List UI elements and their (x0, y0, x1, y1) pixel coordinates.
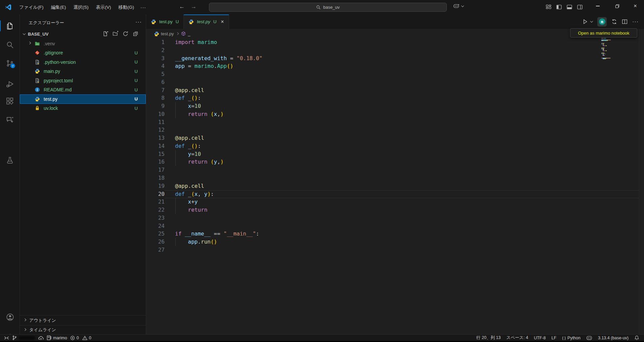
code-line-12[interactable]: 12 (146, 126, 644, 134)
tab-test-py-inactive[interactable]: test.py U (146, 14, 184, 29)
window-restore-button[interactable] (609, 0, 625, 12)
tree-item-gitignore[interactable]: .gitignoreU (20, 48, 146, 58)
code-line-26[interactable]: 26 app.run() (146, 238, 644, 246)
tree-item-pyprojecttoml[interactable]: pyproject.tomlU (20, 76, 146, 85)
code-line-21[interactable]: 21 x+y (146, 198, 644, 206)
code-line-13[interactable]: 13@app.cell (146, 134, 644, 142)
encoding[interactable]: UTF-8 (534, 336, 546, 340)
notebook-icon (47, 335, 51, 340)
customize-layout-icon[interactable] (546, 4, 552, 10)
code-line-5[interactable]: 5 (146, 70, 644, 78)
python-interpreter[interactable]: 3.13.4 (base-uv) (598, 336, 629, 340)
copilot-status[interactable] (586, 335, 592, 340)
cursor-position[interactable]: 行 20、列 13 (476, 335, 501, 341)
tree-item-READMEmd[interactable]: README.mdU (20, 85, 146, 95)
activity-source-control[interactable]: 7 (0, 55, 20, 71)
menu-item[interactable]: 編集(E) (47, 2, 70, 12)
timeline-section[interactable]: タイムライン (20, 325, 146, 334)
toggle-primary-sidebar-icon[interactable] (556, 4, 562, 10)
editor-more-actions-icon[interactable]: ··· (632, 19, 639, 25)
code-line-23[interactable]: 23 (146, 214, 644, 222)
code-line-8[interactable]: 8def _(): (146, 94, 644, 102)
tree-item-uvlock[interactable]: uv.lockU (20, 104, 146, 113)
code-line-11[interactable]: 11 (146, 118, 644, 126)
remote-indicator[interactable] (4, 336, 9, 340)
open-changes-icon[interactable] (611, 19, 617, 25)
sync-changes-indicator[interactable] (38, 336, 44, 340)
code-line-4[interactable]: 4app = marimo.App() (146, 62, 644, 70)
menu-item[interactable]: ファイル(F) (15, 2, 47, 12)
code-line-9[interactable]: 9 x=10 (146, 102, 644, 110)
code-line-16[interactable]: 16 return (y,) (146, 158, 644, 166)
menu-item[interactable]: 移動(G) (115, 2, 138, 12)
activity-extensions[interactable] (0, 93, 20, 109)
git-branch-indicator[interactable] (12, 335, 35, 340)
toggle-panel-icon[interactable] (566, 4, 572, 10)
code-line-14[interactable]: 14def _(): (146, 142, 644, 150)
menu-item[interactable]: 選択(S) (70, 2, 92, 12)
breadcrumb-file[interactable]: test.py (161, 31, 174, 36)
nav-back-icon[interactable]: ← (179, 3, 185, 10)
collapse-all-icon[interactable] (133, 31, 138, 37)
new-folder-icon[interactable] (113, 31, 118, 37)
activity-testing[interactable] (0, 152, 20, 168)
code-text: __generated_with = "0.18.0" (175, 54, 262, 62)
code-line-25[interactable]: 25if __name__ == "__main__": (146, 230, 644, 238)
tree-item-python-version[interactable]: .python-versionU (20, 57, 146, 67)
code-line-6[interactable]: 6 (146, 78, 644, 86)
code-line-1[interactable]: 1import marimo (146, 38, 644, 46)
eol-sequence[interactable]: LF (552, 336, 557, 340)
command-center-search[interactable]: base_uv (209, 3, 447, 12)
activity-search[interactable] (0, 37, 20, 53)
outline-section[interactable]: アウトライン (20, 315, 146, 325)
refresh-icon[interactable] (123, 31, 128, 37)
code-line-15[interactable]: 15 y=10 (146, 150, 644, 158)
marimo-notebook-button[interactable]: m (597, 17, 607, 27)
code-line-2[interactable]: 2 (146, 46, 644, 54)
tab-close-icon[interactable]: × (221, 19, 224, 25)
indentation[interactable]: スペース: 4 (506, 335, 528, 341)
code-line-10[interactable]: 10 return (x,) (146, 110, 644, 118)
activity-account[interactable] (0, 309, 20, 325)
code-line-18[interactable]: 18 (146, 174, 644, 182)
toggle-secondary-sidebar-icon[interactable] (577, 4, 583, 10)
code-editor[interactable]: 1import marimo23__generated_with = "0.18… (146, 38, 644, 254)
activity-explorer[interactable] (0, 18, 20, 34)
code-line-24[interactable]: 24 (146, 222, 644, 230)
tree-item-testpy[interactable]: test.pyU (20, 94, 146, 104)
notifications-bell[interactable] (634, 335, 639, 340)
activity-chat[interactable] (0, 112, 20, 128)
split-editor-icon[interactable] (622, 19, 628, 25)
line-number: 10 (146, 110, 165, 118)
copilot-menu[interactable] (453, 3, 464, 9)
code-text: app = marimo.App() (175, 62, 233, 70)
marimo-status[interactable]: marimo (47, 335, 67, 340)
code-line-27[interactable]: 27 (146, 246, 644, 254)
tree-item-venv[interactable]: .venv (20, 39, 146, 48)
problems-indicator[interactable]: 0 0 (70, 336, 91, 340)
code-line-19[interactable]: 19@app.cell (146, 182, 644, 190)
code-line-7[interactable]: 7@app.cell (146, 86, 644, 94)
window-minimize-button[interactable] (590, 0, 605, 12)
run-options-chevron-icon[interactable] (590, 20, 593, 23)
tree-item-mainpy[interactable]: main.pyU (20, 67, 146, 76)
tab-test-py-active[interactable]: test.py U × (184, 14, 229, 29)
workspace-section-header[interactable]: BASE_UV (20, 30, 146, 38)
code-line-22[interactable]: 22 return (146, 206, 644, 214)
code-line-3[interactable]: 3__generated_with = "0.18.0" (146, 54, 644, 62)
code-line-17[interactable]: 17 (146, 166, 644, 174)
code-text: @app.cell (175, 134, 204, 142)
new-file-icon[interactable] (102, 31, 108, 37)
breadcrumb-symbol[interactable]: _ (188, 31, 190, 36)
run-python-file-icon[interactable] (582, 19, 588, 25)
line-number: 13 (146, 134, 165, 142)
window-close-button[interactable]: × (628, 0, 643, 12)
menu-overflow[interactable]: ··· (138, 3, 149, 12)
nav-forward-icon[interactable]: → (191, 3, 197, 10)
menu-item[interactable]: 表示(V) (92, 2, 115, 12)
breadcrumb[interactable]: test.py _ (146, 29, 644, 38)
code-line-20[interactable]: 20def _(x, y): (146, 190, 644, 198)
language-mode[interactable]: { } Python (562, 336, 581, 340)
activity-run-debug[interactable] (0, 76, 20, 92)
sidebar-more-actions[interactable]: ··· (133, 18, 144, 26)
